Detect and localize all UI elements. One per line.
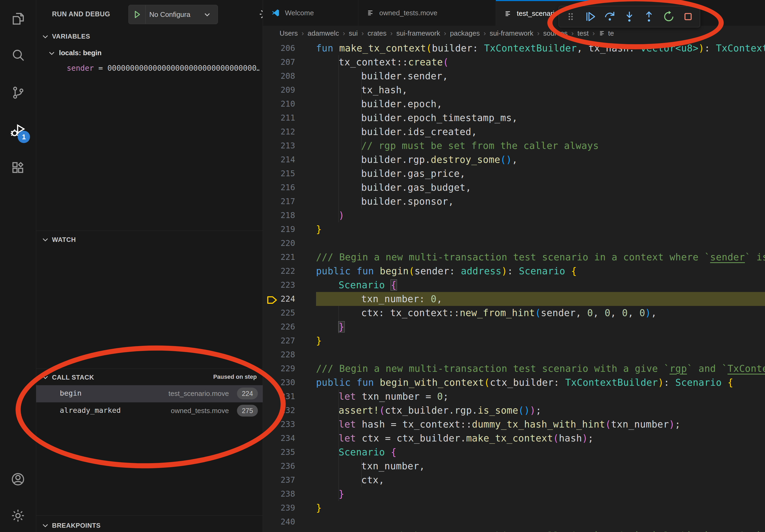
code-line[interactable]: 209tx_hash, [263,83,765,97]
chevron-down-icon[interactable] [41,521,50,530]
code-line[interactable]: 213// rgp must be set from the caller al… [263,139,765,153]
line-number[interactable]: 225 [266,306,295,320]
line-number[interactable]: 235 [266,445,295,459]
code-line[interactable]: 233let hash = tx_context::dummy_tx_hash_… [263,417,765,431]
breadcrumb-item[interactable]: adamwelc [308,29,339,38]
line-number[interactable]: 207 [266,55,295,69]
line-number[interactable]: 206 [266,41,295,55]
line-number[interactable]: 213 [266,139,295,153]
code-line[interactable]: 225ctx: tx_context::new_from_hint(sender… [263,306,765,320]
code-editor[interactable]: 206fun make_tx_context(builder: TxContex… [263,0,765,532]
search-icon[interactable] [0,41,36,69]
call-stack-frame[interactable]: already_marked owned_tests.move 275 [36,402,263,419]
line-number[interactable]: 210 [266,97,295,111]
line-number[interactable]: 212 [266,125,295,139]
line-number[interactable]: 222 [266,264,295,278]
line-number[interactable]: 226 [266,320,295,334]
step-out-button[interactable] [641,9,657,24]
code-line[interactable]: 217builder.sponsor, [263,194,765,208]
call-stack-frame[interactable]: begin test_scenario.move 224 [36,385,263,402]
line-number[interactable]: 211 [266,111,295,125]
line-number[interactable]: 223 [266,278,295,292]
code-line[interactable]: 237ctx, [263,473,765,487]
code-line[interactable]: 227} [263,334,765,348]
gear-icon[interactable] [258,7,263,21]
code-line[interactable]: 206fun make_tx_context(builder: TxContex… [263,41,765,55]
code-line[interactable]: 220 [263,236,765,250]
section-breakpoints[interactable]: BREAKPOINTS [52,522,101,529]
line-number[interactable]: 221 [266,250,295,264]
code-line[interactable]: 236txn_number, [263,459,765,473]
debug-config-dropdown[interactable]: No Configura [128,5,218,24]
code-line[interactable]: 216builder.gas_budget, [263,180,765,194]
settings-gear-icon[interactable] [0,502,36,530]
section-call-stack[interactable]: CALL STACK [52,374,94,381]
tab-welcome[interactable]: Welcome [263,0,359,26]
start-debug-icon[interactable] [129,5,146,24]
code-line[interactable]: 210builder.epoch, [263,97,765,111]
code-line[interactable]: 211builder.epoch_timestamp_ms, [263,111,765,125]
section-watch[interactable]: WATCH [52,236,76,243]
breadcrumb-item[interactable]: sources [543,29,568,38]
code-line[interactable]: 224txn_number: 0, [263,292,765,306]
line-number[interactable]: 214 [266,153,295,166]
chevron-down-icon[interactable] [41,32,50,41]
step-into-button[interactable] [622,9,637,24]
code-line[interactable]: 223Scenario { [263,278,765,292]
run-and-debug-icon[interactable] [0,116,36,144]
chevron-down-icon[interactable] [41,373,50,382]
line-number[interactable]: 216 [266,180,295,194]
code-line[interactable]: 229/// Begin a new multi-transaction tes… [263,362,765,376]
breadcrumb-item[interactable]: test [577,29,589,38]
breadcrumb[interactable]: Users›adamwelc›sui›crates›sui-framework›… [263,26,765,41]
drag-handle-icon[interactable] [563,9,578,24]
code-line[interactable]: 221/// Begin a new multi-transaction tes… [263,250,765,264]
code-line[interactable]: 208builder.sender, [263,69,765,83]
code-line[interactable]: 240 [263,515,765,529]
breadcrumb-item[interactable]: packages [450,29,480,38]
continue-button[interactable] [582,9,598,24]
line-number[interactable]: 234 [266,431,295,445]
code-line[interactable]: 230public fun begin_with_context(ctx_bui… [263,376,765,390]
breadcrumb-file[interactable]: te [608,29,614,38]
restart-button[interactable] [661,9,676,24]
chevron-down-icon[interactable] [47,49,56,58]
code-line[interactable]: 219} [263,222,765,236]
extensions-icon[interactable] [0,154,36,182]
stop-button[interactable] [680,9,696,24]
line-number[interactable]: 237 [266,473,295,487]
code-line[interactable]: 231let txn_number = 0; [263,390,765,403]
code-line[interactable]: 239} [263,501,765,515]
breadcrumb-item[interactable]: Users [280,29,298,38]
line-number[interactable]: 228 [266,348,295,362]
source-control-icon[interactable] [0,79,36,107]
code-line[interactable]: 218) [263,208,765,222]
step-over-button[interactable] [602,9,618,24]
line-number[interactable]: 230 [266,376,295,390]
breadcrumb-item[interactable]: sui [349,29,358,38]
line-number[interactable]: 217 [266,194,295,208]
tab-owned-tests[interactable]: owned_tests.move [359,0,496,26]
line-number[interactable]: 233 [266,417,295,431]
code-line[interactable]: 228 [263,348,765,362]
section-variables[interactable]: VARIABLES [52,33,90,40]
line-number[interactable]: 231 [266,390,295,403]
line-number[interactable]: 241 [266,529,295,532]
variables-scope[interactable]: locals: begin [59,49,102,57]
variable-row[interactable]: sender = 0000000000000000000000000000000… [67,64,260,76]
line-number[interactable]: 208 [266,69,295,83]
line-number[interactable]: 232 [266,403,295,417]
code-line[interactable]: 215builder.gas_price, [263,166,765,180]
line-number[interactable]: 238 [266,487,295,501]
code-line[interactable]: 226} [263,320,765,334]
breadcrumb-item[interactable]: sui-framework [490,29,533,38]
breadcrumb-item[interactable]: crates [368,29,386,38]
line-number[interactable]: 240 [266,515,295,529]
line-number[interactable]: 218 [266,208,295,222]
line-number[interactable]: 224 [266,292,295,306]
line-number[interactable]: 220 [266,236,295,250]
code-line[interactable]: 235Scenario { [263,445,765,459]
account-icon[interactable] [0,465,36,493]
code-line[interactable]: 241/// Creates and shares system objects… [263,529,765,532]
line-number[interactable]: 209 [266,83,295,97]
